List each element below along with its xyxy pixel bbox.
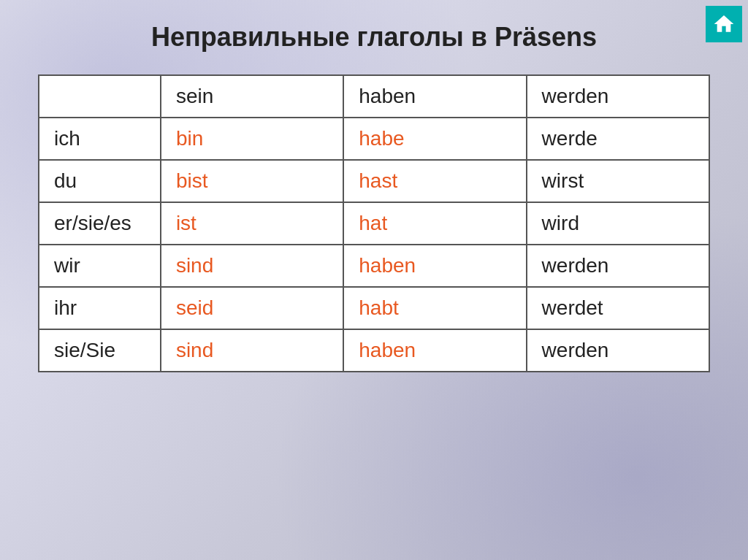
werden-sie-Sie: werden [527,329,709,372]
pronoun-er-sie-es: er/sie/es [39,202,161,245]
table-row: ich bin habe werde [39,118,709,160]
conjugation-table-container: sein haben werden ich bin habe werde du … [38,74,710,372]
werden-ihr: werdet [527,287,709,329]
table-row: er/sie/es ist hat wird [39,202,709,245]
header-cell-sein: sein [161,75,343,118]
page-title: Неправильные глаголы в Präsens [29,22,719,53]
werden-wir: werden [527,245,709,287]
sein-du: bist [161,160,343,202]
pronoun-du: du [39,160,161,202]
table-row: du bist hast wirst [39,160,709,202]
pronoun-ich: ich [39,118,161,160]
sein-sie-Sie: sind [161,329,343,372]
table-row: ihr seid habt werdet [39,287,709,329]
haben-sie-Sie: haben [343,329,526,372]
haben-wir: haben [343,245,526,287]
table-row: sie/Sie sind haben werden [39,329,709,372]
table-row: wir sind haben werden [39,245,709,287]
werden-er-sie-es: wird [527,202,709,245]
sein-wir: sind [161,245,343,287]
haben-du: hast [343,160,526,202]
header-cell-haben: haben [343,75,526,118]
haben-ihr: habt [343,287,526,329]
pronoun-wir: wir [39,245,161,287]
conjugation-table: sein haben werden ich bin habe werde du … [38,74,710,372]
pronoun-ihr: ihr [39,287,161,329]
sein-ich: bin [161,118,343,160]
haben-ich: habe [343,118,526,160]
werden-du: wirst [527,160,709,202]
haben-er-sie-es: hat [343,202,526,245]
pronoun-sie-Sie: sie/Sie [39,329,161,372]
werden-ich: werde [527,118,709,160]
table-header-row: sein haben werden [39,75,709,118]
header-cell-empty [39,75,161,118]
sein-er-sie-es: ist [161,202,343,245]
header-cell-werden: werden [527,75,709,118]
sein-ihr: seid [161,287,343,329]
